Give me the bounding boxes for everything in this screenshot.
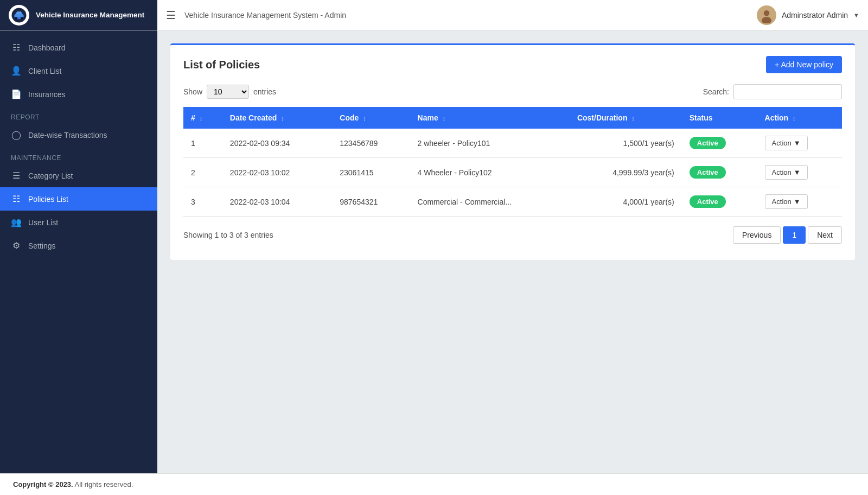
app-wrapper: Vehicle Insurance Management ☰ Vehicle I… (0, 0, 868, 495)
sidebar-item-settings[interactable]: ⚙ Settings (0, 234, 157, 257)
cell-num: 1 (183, 129, 222, 158)
sidebar-item-client-list[interactable]: 👤 Client List (0, 59, 157, 82)
footer-copyright-rest: All rights reserved. (73, 480, 133, 488)
page-card: List of Policies + Add New policy Show 1… (170, 43, 855, 260)
sidebar-item-date-wise[interactable]: ◯ Date-wise Transactions (0, 123, 157, 147)
cell-cost: 4,000/1 year(s) (570, 187, 682, 217)
action-chevron-icon: ▼ (794, 168, 801, 176)
sort-icon-cost: ↕ (631, 115, 635, 122)
cell-date: 2022-02-03 09:34 (222, 129, 332, 158)
page-title: List of Policies (183, 59, 260, 71)
users-icon: 👥 (11, 217, 22, 227)
top-bar-title: Vehicle Insurance Management System - Ad… (184, 11, 346, 20)
sidebar-label-client-list: Client List (28, 67, 61, 75)
top-bar: Vehicle Insurance Management ☰ Vehicle I… (0, 0, 868, 30)
svg-point-7 (764, 10, 770, 16)
add-new-policy-button[interactable]: + Add New policy (766, 56, 842, 73)
search-box: Search: (703, 84, 842, 99)
dashboard-icon: ☷ (11, 42, 22, 53)
main-content: ☷ Dashboard 👤 Client List 📄 Insurances R… (0, 30, 868, 473)
show-entries-control: Show 10 25 50 100 entries (183, 85, 276, 99)
cell-status: Active (682, 129, 757, 158)
action-chevron-icon: ▼ (794, 198, 801, 206)
cell-date: 2022-02-03 10:04 (222, 187, 332, 217)
policies-table: # ↕ Date Created ↕ Code ↕ Name ↕ Cost/Du… (183, 107, 842, 217)
sidebar-label-settings: Settings (28, 242, 56, 250)
cell-name: 2 wheeler - Policy101 (410, 129, 570, 158)
status-badge: Active (690, 195, 726, 208)
table-footer: Showing 1 to 3 of 3 entries Previous 1 N… (183, 226, 842, 244)
col-date: Date Created ↕ (222, 107, 332, 129)
sort-icon-date: ↕ (281, 115, 284, 122)
sidebar-item-insurances[interactable]: 📄 Insurances (0, 82, 157, 106)
status-badge: Active (690, 137, 726, 149)
col-num: # ↕ (183, 107, 222, 129)
table-controls: Show 10 25 50 100 entries Search: (183, 84, 842, 99)
col-code: Code ↕ (332, 107, 410, 129)
hamburger-icon[interactable]: ☰ (166, 9, 176, 22)
search-input[interactable] (733, 84, 842, 99)
client-icon: 👤 (11, 66, 22, 76)
sort-icon-num: ↕ (200, 115, 203, 122)
sidebar-label-dashboard: Dashboard (28, 43, 66, 52)
sidebar-label-date-wise: Date-wise Transactions (28, 131, 107, 139)
app-logo (9, 5, 29, 26)
action-button[interactable]: Action ▼ (765, 194, 808, 209)
col-cost: Cost/Duration ↕ (570, 107, 682, 129)
sidebar-item-category-list[interactable]: ☰ Category List (0, 164, 157, 187)
settings-icon: ⚙ (11, 240, 22, 251)
sort-icon-code: ↕ (363, 115, 366, 122)
cell-name: 4 Wheeler - Policy102 (410, 158, 570, 187)
admin-name: Adminstrator Admin (782, 11, 848, 20)
chevron-down-icon[interactable]: ▼ (853, 12, 859, 18)
sidebar-item-dashboard[interactable]: ☷ Dashboard (0, 36, 157, 59)
cell-action: Action ▼ (757, 129, 842, 158)
cell-code: 123456789 (332, 129, 410, 158)
avatar (757, 5, 776, 25)
next-button[interactable]: Next (808, 226, 842, 244)
page-header: List of Policies + Add New policy (183, 56, 842, 73)
entries-select[interactable]: 10 25 50 100 (207, 85, 249, 99)
table-header-row: # ↕ Date Created ↕ Code ↕ Name ↕ Cost/Du… (183, 107, 842, 129)
pagination: Previous 1 Next (733, 226, 842, 244)
action-button[interactable]: Action ▼ (765, 136, 808, 150)
cell-cost: 4,999.99/3 year(s) (570, 158, 682, 187)
show-label: Show (183, 87, 202, 96)
sort-icon-action: ↕ (793, 115, 796, 122)
search-label: Search: (703, 87, 729, 96)
sidebar-item-user-list[interactable]: 👥 User List (0, 211, 157, 234)
table-row: 3 2022-02-03 10:04 987654321 Commercial … (183, 187, 842, 217)
cell-cost: 1,500/1 year(s) (570, 129, 682, 158)
action-button[interactable]: Action ▼ (765, 165, 808, 180)
content-area: List of Policies + Add New policy Show 1… (157, 30, 868, 473)
cell-num: 2 (183, 158, 222, 187)
col-status: Status (682, 107, 757, 129)
cell-code: 23061415 (332, 158, 410, 187)
sidebar-label-user-list: User List (28, 218, 58, 227)
cell-status: Active (682, 187, 757, 217)
top-bar-right: Adminstrator Admin ▼ (748, 5, 868, 25)
sidebar: ☷ Dashboard 👤 Client List 📄 Insurances R… (0, 30, 157, 473)
table-row: 2 2022-02-03 10:02 23061415 4 Wheeler - … (183, 158, 842, 187)
sidebar-label-category-list: Category List (28, 172, 73, 180)
status-badge: Active (690, 166, 726, 179)
sort-icon-name: ↕ (443, 115, 446, 122)
cell-status: Active (682, 158, 757, 187)
previous-button[interactable]: Previous (733, 226, 781, 244)
insurances-icon: 📄 (11, 89, 22, 99)
cell-code: 987654321 (332, 187, 410, 217)
cell-action: Action ▼ (757, 187, 842, 217)
cell-num: 3 (183, 187, 222, 217)
col-action: Action ↕ (757, 107, 842, 129)
page-1-button[interactable]: 1 (783, 226, 806, 244)
table-row: 1 2022-02-03 09:34 123456789 2 wheeler -… (183, 129, 842, 158)
circle-icon: ◯ (11, 130, 22, 140)
sidebar-item-policies-list[interactable]: ☷ Policies List (0, 187, 157, 211)
action-chevron-icon: ▼ (794, 139, 801, 147)
footer-copyright-bold: Copyright © 2023. (13, 480, 73, 488)
cell-action: Action ▼ (757, 158, 842, 187)
cell-date: 2022-02-03 10:02 (222, 158, 332, 187)
cell-name: Commercial - Commercial... (410, 187, 570, 217)
top-bar-center: ☰ Vehicle Insurance Management System - … (157, 9, 748, 22)
report-section-label: Report (0, 106, 157, 123)
